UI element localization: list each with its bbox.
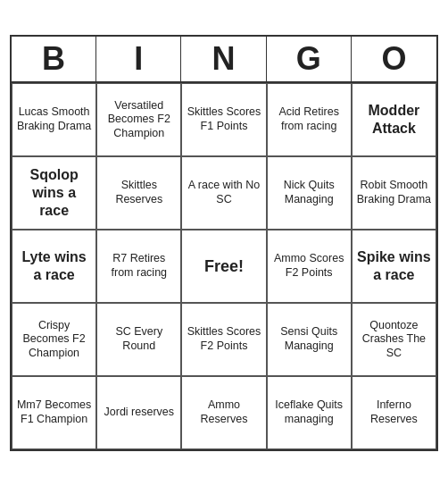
bingo-letter-n: N (181, 37, 266, 81)
bingo-cell-12[interactable]: Free! (181, 230, 266, 303)
bingo-letter-b: B (12, 37, 96, 81)
bingo-cell-1[interactable]: Versatiled Becomes F2 Champion (96, 83, 181, 156)
bingo-cell-14[interactable]: Spike wins a race (352, 230, 436, 303)
bingo-cell-2[interactable]: Skittles Scores F1 Points (181, 83, 266, 156)
bingo-cell-3[interactable]: Acid Retires from racing (267, 83, 352, 156)
bingo-letter-i: I (96, 37, 181, 81)
bingo-cell-15[interactable]: Crispy Becomes F2 Champion (12, 303, 96, 376)
bingo-cell-9[interactable]: Robit Smooth Braking Drama (352, 156, 436, 230)
bingo-letter-g: G (267, 37, 352, 81)
bingo-cell-19[interactable]: Quontoze Crashes The SC (352, 303, 436, 376)
bingo-cell-20[interactable]: Mm7 Becomes F1 Champion (12, 376, 96, 449)
bingo-header: BINGO (12, 37, 436, 83)
bingo-cell-23[interactable]: Iceflake Quits managing (267, 376, 352, 449)
bingo-cell-5[interactable]: Sqolop wins a race (12, 156, 96, 230)
bingo-grid: Lucas Smooth Braking DramaVersatiled Bec… (12, 83, 436, 449)
bingo-cell-8[interactable]: Nick Quits Managing (267, 156, 352, 230)
bingo-cell-21[interactable]: Jordi reserves (96, 376, 181, 449)
bingo-letter-o: O (352, 37, 436, 81)
bingo-cell-18[interactable]: Sensi Quits Managing (267, 303, 352, 376)
bingo-cell-13[interactable]: Ammo Scores F2 Points (267, 230, 352, 303)
bingo-cell-24[interactable]: Inferno Reserves (352, 376, 436, 449)
bingo-cell-6[interactable]: Skittles Reserves (96, 156, 181, 230)
bingo-cell-17[interactable]: Skittles Scores F2 Points (181, 303, 266, 376)
bingo-cell-11[interactable]: R7 Retires from racing (96, 230, 181, 303)
bingo-cell-4[interactable]: Modder Attack (352, 83, 436, 156)
bingo-cell-16[interactable]: SC Every Round (96, 303, 181, 376)
bingo-cell-10[interactable]: Lyte wins a race (12, 230, 96, 303)
bingo-cell-7[interactable]: A race with No SC (181, 156, 266, 230)
bingo-card: BINGO Lucas Smooth Braking DramaVersatil… (10, 35, 438, 451)
bingo-cell-22[interactable]: Ammo Reserves (181, 376, 266, 449)
bingo-cell-0[interactable]: Lucas Smooth Braking Drama (12, 83, 96, 156)
